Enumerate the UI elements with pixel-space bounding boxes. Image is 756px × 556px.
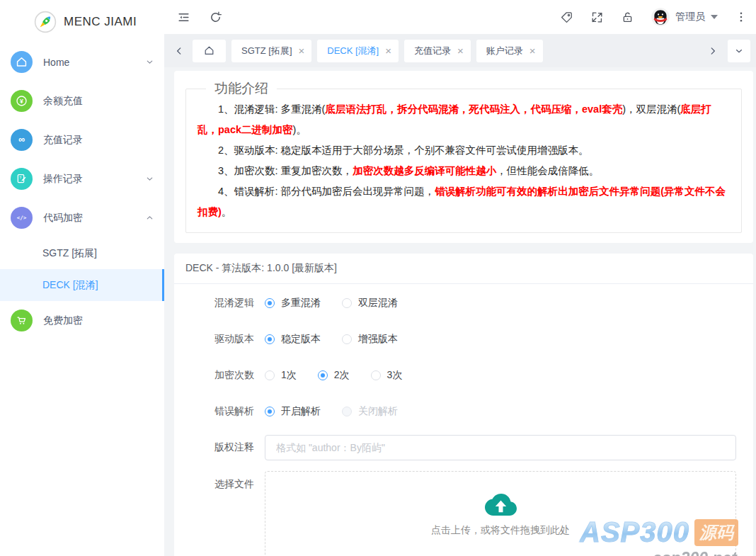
radio-icon (265, 407, 275, 416)
infinity-icon: ∞ (11, 129, 33, 151)
tab-label: DECK [混淆] (327, 45, 379, 57)
radio-icon (318, 370, 328, 380)
svg-text:</>: </> (17, 215, 27, 221)
radio-label: 双层混淆 (358, 297, 398, 310)
chevron-down-icon (734, 46, 744, 56)
sidebar-item[interactable]: </>代码加密 (0, 198, 164, 237)
chevron-down-icon (145, 57, 154, 67)
intro-fieldset: 功能介绍 1、混淆逻辑: 多重混淆(底层语法打乱，拆分代码混淆，死代码注入，代码… (185, 79, 742, 233)
radio-encrypt-times-0[interactable]: 1次 (265, 369, 297, 382)
tabs-scroll-right-icon[interactable] (705, 40, 721, 62)
app-title: MENC JIAMI (64, 15, 137, 29)
radio-driver-version-1[interactable]: 增强版本 (342, 333, 398, 346)
tab-close-icon[interactable]: × (384, 45, 393, 56)
tab-close-icon[interactable]: × (456, 45, 465, 56)
radio-obfuscate-logic-1[interactable]: 双层混淆 (342, 297, 398, 310)
sidebar-item[interactable]: ∞充值记录 (0, 120, 164, 159)
upload-hint: 点击上传，或将文件拖拽到此处 (431, 524, 570, 537)
svg-text:¥: ¥ (20, 98, 23, 105)
tabs-dropdown-button[interactable] (728, 40, 750, 62)
encrypt-times-radio-group: 1次2次3次 (265, 369, 402, 382)
sidebar-menu: Home¥余额充值∞充值记录?操作记录</>代码加密SGTZ [拓展]DECK … (0, 42, 164, 340)
watermark-brand: ASP300 (580, 516, 689, 548)
intro-text: 3、加密次数: 重复加密次数， (218, 165, 353, 176)
intro-text: 。 (222, 206, 232, 217)
radio-encrypt-times-1[interactable]: 2次 (318, 369, 350, 382)
intro-text: )。 (293, 124, 307, 135)
radio-obfuscate-logic-0[interactable]: 多重混淆 (265, 297, 321, 310)
tag-icon[interactable] (560, 11, 573, 24)
radio-icon (342, 298, 352, 308)
radio-icon (265, 298, 275, 308)
radio-icon (371, 370, 381, 380)
intro-text: 2、驱动版本: 稳定版本适用于大部分场景，个别不兼容文件可尝试使用增强版本。 (218, 144, 589, 156)
form-label: 错误解析 (214, 405, 256, 418)
refresh-icon[interactable] (209, 11, 222, 24)
main-content: 功能介绍 1、混淆逻辑: 多重混淆(底层语法打乱，拆分代码混淆，死代码注入，代码… (164, 67, 756, 556)
radio-icon (265, 334, 275, 344)
tab-label: 账户记录 (486, 45, 523, 57)
intro-text: 4、错误解析: 部分代码加密后会出现异常问题， (218, 186, 435, 197)
tab-close-icon[interactable]: × (528, 45, 537, 56)
copyright-comment-input[interactable] (265, 435, 736, 460)
svg-text:∞: ∞ (18, 135, 25, 144)
lock-icon[interactable] (621, 11, 634, 24)
obfuscate-logic-radio-group: 多重混淆双层混淆 (265, 297, 398, 310)
form-body: 混淆逻辑多重混淆双层混淆驱动版本稳定版本增强版本加密次数1次2次3次错误解析开启… (174, 284, 753, 556)
error-parse-radio-group: 开启解析关闭解析 (265, 405, 398, 418)
form-label: 混淆逻辑 (214, 297, 256, 310)
form-row-copyright-comment: 版权注释 (214, 435, 736, 460)
watermark-domain: asp300.net (580, 549, 738, 556)
collapse-menu-icon[interactable] (177, 11, 190, 24)
radio-icon (342, 334, 352, 344)
radio-label: 1次 (281, 369, 297, 382)
sidebar-subitem[interactable]: DECK [混淆] (0, 269, 164, 301)
sidebar-subitem-label: SGTZ [拓展] (42, 247, 97, 260)
tab-home[interactable] (193, 40, 226, 62)
form-label: 加密次数 (214, 369, 256, 382)
watermark: ASP300源码asp300.net (580, 516, 738, 556)
intro-legend: 功能介绍 (206, 79, 277, 98)
sidebar-item-label: 操作记录 (43, 173, 83, 186)
tab-label: 充值记录 (414, 45, 451, 57)
sidebar-item[interactable]: Home (0, 42, 164, 81)
sidebar-item[interactable]: ?操作记录 (0, 159, 164, 198)
intro-line: 3、加密次数: 重复加密次数，加密次数越多反编译可能性越小，但性能会成倍降低。 (197, 161, 730, 181)
tab-close-icon[interactable]: × (297, 45, 307, 56)
radio-error-parse-0[interactable]: 开启解析 (265, 405, 321, 418)
radio-icon (265, 370, 275, 380)
form-card: DECK - 算法版本: 1.0.0 [最新版本] 混淆逻辑多重混淆双层混淆驱动… (174, 254, 753, 556)
radio-label: 2次 (334, 369, 350, 382)
intro-line: 1、混淆逻辑: 多重混淆(底层语法打乱，拆分代码混淆，死代码注入，代码压缩，ev… (197, 99, 730, 140)
home-icon (11, 51, 33, 73)
topbar: 管理员 (164, 0, 756, 34)
fullscreen-icon[interactable] (590, 11, 604, 24)
kebab-menu-icon[interactable] (735, 11, 748, 23)
sidebar-item[interactable]: 免费加密 (0, 301, 164, 340)
svg-text:?: ? (19, 176, 21, 180)
intro-text: 加密次数越多反编译可能性越小 (353, 165, 496, 176)
tabs-scroll-left-icon[interactable] (171, 40, 187, 62)
tab[interactable]: 充值记录× (404, 40, 471, 62)
intro-text: ，但性能会成倍降低。 (496, 165, 599, 176)
radio-encrypt-times-2[interactable]: 3次 (371, 369, 403, 382)
form-row-file-upload: 选择文件点击上传，或将文件拖拽到此处ASP300源码asp300.net (214, 471, 736, 556)
form-label: 选择文件 (214, 478, 256, 491)
sidebar-subitem[interactable]: SGTZ [拓展] (0, 237, 164, 269)
radio-label: 关闭解析 (358, 405, 398, 418)
sidebar-item[interactable]: ¥余额充值 (0, 81, 164, 120)
form-row-error-parse: 错误解析开启解析关闭解析 (214, 399, 736, 424)
file-dropzone[interactable]: 点击上传，或将文件拖拽到此处ASP300源码asp300.net (265, 471, 736, 556)
topbar-right: 管理员 (560, 8, 748, 26)
radio-driver-version-0[interactable]: 稳定版本 (265, 333, 321, 346)
intro-text: 底层语法打乱，拆分代码混淆，死代码注入，代码压缩，eval套壳 (325, 103, 622, 115)
form-label: 驱动版本 (214, 333, 256, 346)
tab[interactable]: SGTZ [拓展]× (231, 40, 311, 62)
user-menu[interactable]: 管理员 (651, 8, 718, 26)
form-row-obfuscate-logic: 混淆逻辑多重混淆双层混淆 (214, 290, 736, 316)
tab[interactable]: 账户记录× (476, 40, 543, 62)
avatar (651, 8, 670, 26)
radio-label: 稳定版本 (281, 333, 321, 346)
tab[interactable]: DECK [混淆]× (317, 40, 399, 62)
form-label: 版权注释 (214, 441, 256, 454)
